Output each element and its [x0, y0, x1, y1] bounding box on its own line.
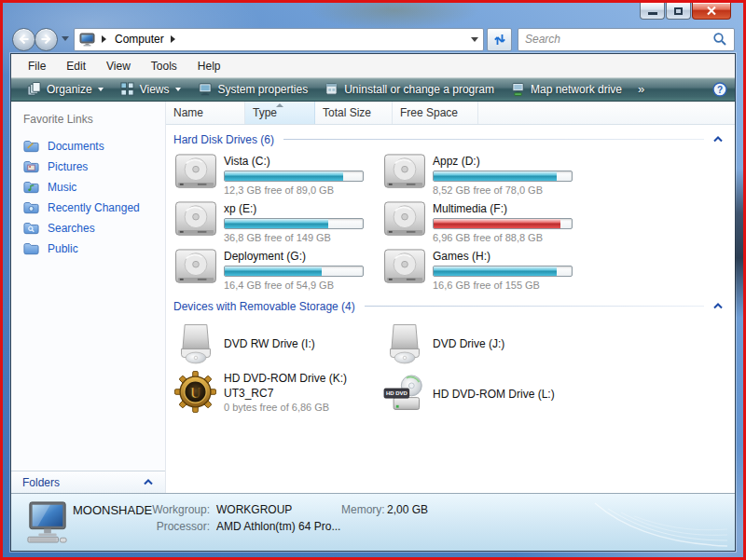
capacity-bar-fill [225, 219, 328, 228]
views-icon [120, 82, 134, 96]
system-properties-label: System properties [218, 83, 309, 96]
minimize-button[interactable] [640, 3, 665, 20]
capacity-bar [433, 266, 573, 277]
uninstall-program-button[interactable]: Uninstall or change a program [316, 78, 503, 100]
search-input[interactable]: Search [518, 28, 735, 51]
close-button[interactable] [692, 3, 731, 20]
hd-dvd-drive-icon: HD DVD [383, 375, 426, 414]
group-rule [283, 139, 704, 140]
computer-icon-large [26, 500, 69, 547]
drive-tile-hddvd-l[interactable]: HD DVD HD DVD-ROM Drive (L:) [382, 369, 591, 419]
search-icon[interactable] [712, 32, 727, 47]
capacity-bar [224, 171, 364, 182]
recent-pages-dropdown[interactable] [62, 36, 69, 45]
sidebar-item-recently-changed[interactable]: Recently Changed [23, 198, 165, 218]
public-folder-icon [23, 242, 39, 255]
drive-tile-appz-d[interactable]: Appz (D:) 8,52 GB free of 78,0 GB [382, 152, 591, 199]
chevron-up-icon[interactable] [712, 303, 724, 309]
organize-button[interactable]: Organize [19, 78, 112, 100]
drive-name: Vista (C:) [224, 155, 364, 168]
refresh-button[interactable] [487, 28, 512, 51]
sidebar-item-label: Searches [48, 222, 95, 235]
menu-view[interactable]: View [96, 55, 141, 77]
drive-free-space: 16,4 GB free of 54,9 GB [224, 280, 364, 291]
documents-folder-icon [23, 140, 39, 153]
chevron-up-icon[interactable] [712, 136, 724, 143]
sidebar-item-documents[interactable]: Documents [23, 136, 165, 157]
items-view: Hard Disk Drives (6) Vista (C:) 12,3 GB … [166, 125, 735, 493]
group-header-hard-disks[interactable]: Hard Disk Drives (6) [173, 130, 729, 149]
map-network-drive-icon [511, 82, 525, 97]
column-headers: Name Type Total Size Free Space [166, 102, 735, 125]
sidebar-item-music[interactable]: Music [23, 177, 165, 198]
back-button[interactable] [12, 28, 35, 51]
sidebar-item-searches[interactable]: Searches [23, 218, 165, 239]
system-properties-icon [198, 82, 213, 96]
ut3-disc-icon: U [174, 371, 216, 413]
drive-tile-games-h[interactable]: Games (H:) 16,6 GB free of 155 GB [382, 247, 591, 294]
file-list: Name Type Total Size Free Space Hard Dis… [166, 102, 735, 493]
glass-edge-shadow [735, 169, 743, 318]
sidebar-item-pictures[interactable]: Pictures [23, 157, 165, 177]
drive-tile-xp-e[interactable]: xp (E:) 36,8 GB free of 149 GB [173, 199, 382, 247]
drive-tile-dvd-rw-i[interactable]: DVD RW Drive (I:) [173, 319, 382, 369]
views-button[interactable]: Views [112, 78, 189, 100]
address-dropdown-icon[interactable] [471, 37, 478, 46]
drive-tile-multimedia-f[interactable]: Multimedia (F:) 6,96 GB free of 88,8 GB [382, 199, 591, 247]
forward-button[interactable] [35, 28, 58, 51]
drive-tile-deployment-g[interactable]: Deployment (G:) 16,4 GB free of 54,9 GB [173, 247, 382, 294]
folders-band[interactable]: Folders [11, 471, 165, 493]
capacity-bar-fill [225, 171, 343, 181]
capacity-bar-fill [434, 266, 557, 276]
sidebar-item-label: Pictures [48, 160, 88, 173]
sidebar-item-label: Recently Changed [48, 201, 140, 214]
drive-free-space: 12,3 GB free of 89,0 GB [224, 184, 364, 196]
column-total-size[interactable]: Total Size [315, 102, 393, 124]
main-area: Favorite Links Documents Pictures Music [11, 102, 735, 493]
menu-tools[interactable]: Tools [141, 55, 187, 77]
column-free-space[interactable]: Free Space [393, 102, 478, 124]
drive-tile-dvd-j[interactable]: DVD Drive (J:) [382, 319, 591, 369]
processor-value: AMD Athlon(tm) 64 Pro... [216, 520, 340, 533]
group-title: Devices with Removable Storage (4) [173, 300, 355, 313]
memory-label: Memory: [341, 503, 385, 516]
map-network-drive-button[interactable]: Map network drive [503, 78, 630, 101]
memory-value: 2,00 GB [387, 503, 428, 516]
menu-help[interactable]: Help [187, 55, 231, 77]
uninstall-program-label: Uninstall or change a program [344, 83, 494, 96]
refresh-icon [493, 33, 506, 47]
chevron-down-icon [175, 88, 181, 94]
details-swirl-decoration [587, 498, 727, 548]
toolbar-overflow-chevron[interactable]: » [630, 82, 652, 96]
breadcrumb-arrow-icon[interactable] [102, 35, 110, 43]
column-type[interactable]: Type [245, 102, 315, 124]
removable-tiles: DVD RW Drive (I:) DVD Drive (J:) [173, 319, 729, 425]
title-bar[interactable] [10, 3, 736, 25]
drive-tile-vista-c[interactable]: Vista (C:) 12,3 GB free of 89,0 GB [173, 152, 382, 199]
menu-file[interactable]: File [18, 55, 56, 77]
drive-name: HD DVD-ROM Drive (L:) [433, 388, 555, 401]
capacity-bar-fill [434, 219, 560, 228]
column-name[interactable]: Name [166, 102, 245, 124]
drive-tile-hddvd-k[interactable]: U HD DVD-ROM Drive (K:) UT3_RC7 0 bytes … [173, 369, 382, 425]
system-properties-button[interactable]: System properties [189, 78, 317, 100]
folders-label: Folders [22, 476, 60, 489]
capacity-bar [224, 218, 364, 229]
computer-name: MOONSHADE [73, 503, 152, 517]
dvd-drive-icon [177, 322, 214, 365]
sidebar-item-public[interactable]: Public [23, 239, 165, 259]
forward-arrow-icon [39, 33, 53, 46]
help-button[interactable]: ? [712, 82, 727, 97]
breadcrumb-arrow-icon[interactable] [171, 35, 179, 43]
menu-edit[interactable]: Edit [56, 55, 96, 77]
computer-icon [79, 33, 95, 47]
back-arrow-icon [17, 33, 31, 46]
chevron-down-icon [98, 88, 104, 94]
breadcrumb-computer[interactable]: Computer [115, 33, 164, 46]
map-network-drive-label: Map network drive [531, 83, 622, 96]
svg-text:HD DVD: HD DVD [385, 390, 407, 396]
address-bar[interactable]: Computer [74, 28, 484, 51]
maximize-button[interactable] [666, 3, 691, 20]
hard-drive-icon [383, 154, 426, 191]
group-header-removable[interactable]: Devices with Removable Storage (4) [173, 296, 729, 316]
